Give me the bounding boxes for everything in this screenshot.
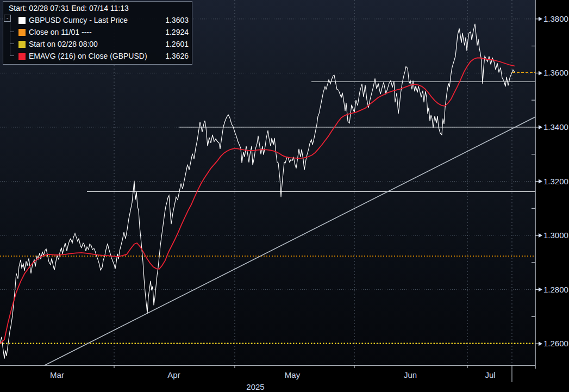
x-axis-month-label: Mar <box>50 370 64 379</box>
y-axis-label: 1.3800 <box>543 14 568 23</box>
start-line-swatch-icon <box>18 41 26 48</box>
x-axis-month-label: May <box>285 370 301 379</box>
legend-row-emavg[interactable]: EMAVG (216) on Close (GBPUSD) 1.3626 <box>7 50 189 62</box>
legend-tree-line <box>10 32 14 32</box>
y-axis-label: 1.2800 <box>543 285 568 294</box>
legend-panel: Start: 02/28 07:31 End: 07/14 11:13 GBPU… <box>3 1 192 65</box>
x-axis-year-label: 2025 <box>246 382 264 391</box>
y-axis-tick-arrow-icon <box>539 179 542 184</box>
y-axis-tick-arrow-icon <box>539 233 542 238</box>
y-axis-tick-arrow-icon <box>539 288 542 292</box>
x-axis-month-label: Jul <box>485 370 495 379</box>
legend-row-label: EMAVG (216) on Close (GBPUSD) <box>29 52 161 60</box>
y-axis-label: 1.3400 <box>543 122 568 132</box>
date-range-label: Start: 02/28 07:31 End: 07/14 11:13 <box>7 3 189 14</box>
y-axis-tick-arrow-icon <box>539 71 542 75</box>
trendline <box>45 117 535 365</box>
legend-row-label: Close on 11/01 ---- <box>29 28 161 36</box>
legend-row-last-price[interactable]: GBPUSD Curncy - Last Price 1.3603 <box>7 14 189 26</box>
price-line <box>0 24 515 359</box>
y-axis-label: 1.3200 <box>543 177 568 186</box>
legend-row-value: 1.2601 <box>165 40 189 48</box>
y-axis-label: 1.3600 <box>543 68 568 77</box>
legend-row-label: Start on 02/28 08:00 <box>29 40 161 48</box>
x-axis-month-label: Jun <box>404 370 417 379</box>
y-axis-tick-arrow-icon <box>539 341 542 346</box>
y-axis-tick-arrow-icon <box>539 125 542 129</box>
y-axis-tick-arrow-icon <box>539 17 542 21</box>
bloomberg-chart-window: 1.38001.36001.34001.32001.30001.28001.26… <box>0 0 569 392</box>
close-line-swatch-icon <box>18 29 26 36</box>
legend-tree-line <box>10 55 14 56</box>
legend-row-close[interactable]: Close on 11/01 ---- 1.2924 <box>7 26 189 38</box>
legend-collapse-icon[interactable]: - <box>4 15 11 22</box>
legend-row-label: GBPUSD Curncy - Last Price <box>29 16 161 24</box>
legend-row-value: 1.3603 <box>165 16 189 24</box>
legend-row-value: 1.3626 <box>165 52 189 60</box>
legend-row-start[interactable]: Start on 02/28 08:00 1.2601 <box>7 38 189 50</box>
x-axis-month-label: Apr <box>167 370 180 379</box>
y-axis-label: 1.3000 <box>543 231 568 240</box>
legend-tree-line <box>10 43 14 44</box>
legend-tree-line <box>10 22 10 56</box>
emavg-swatch-icon <box>18 53 26 60</box>
legend-row-value: 1.2924 <box>165 28 189 36</box>
y-axis-label: 1.2600 <box>543 339 568 348</box>
last-price-swatch-icon <box>18 17 26 24</box>
ema-line <box>0 58 515 344</box>
